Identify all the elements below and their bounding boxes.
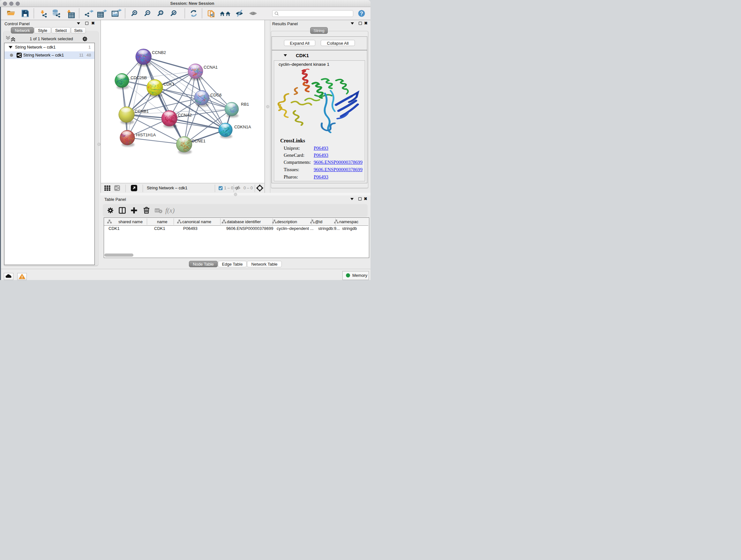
svg-text:@id: @id [315,219,322,224]
svg-text:database identifier: database identifier [227,219,261,224]
svg-text:CDK1: CDK1 [163,82,175,86]
svg-text:canonical name: canonical name [182,219,211,224]
svg-text:description: description [277,219,297,224]
svg-text:name: name [157,219,167,224]
svg-text:CCNB2: CCNB2 [152,50,166,55]
svg-text:?: ? [360,11,363,16]
svg-text:CCNE1: CCNE1 [192,138,205,143]
svg-text:CDC6: CDC6 [210,92,221,98]
svg-text:CDC25B: CDC25B [131,75,147,80]
svg-text:f(x): f(x) [165,206,175,214]
svg-text:CDKN1A: CDKN1A [234,125,251,129]
svg-text:CCNA2: CCNA2 [178,113,192,118]
svg-text:1 of 1 Network selected: 1 of 1 Network selected [30,37,73,41]
svg-text:RB1: RB1 [241,102,249,107]
svg-text:shared name: shared name [118,219,143,224]
svg-text:CCNB1: CCNB1 [135,109,149,114]
svg-text:HIST1H1A: HIST1H1A [136,132,156,137]
svg-text:CCNA1: CCNA1 [204,65,218,70]
svg-text:namespac: namespac [339,219,358,224]
